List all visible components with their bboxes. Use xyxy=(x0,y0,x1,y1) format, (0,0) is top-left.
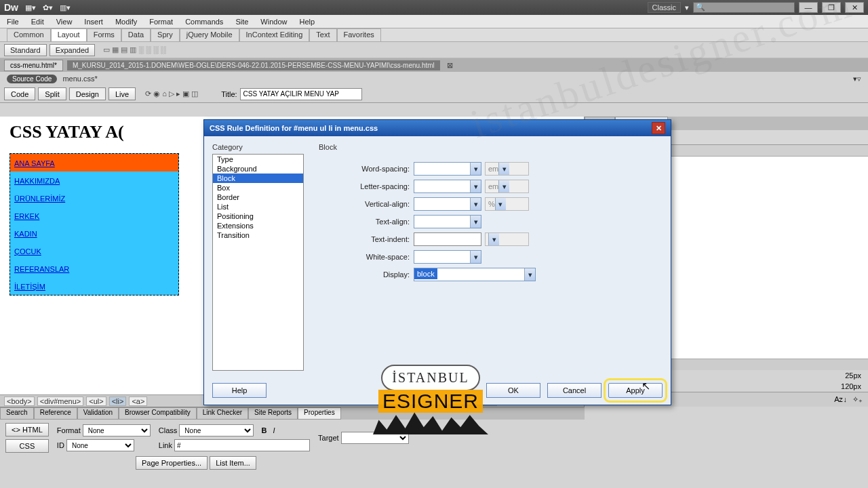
menu-modify[interactable]: Modify xyxy=(115,18,137,26)
letter-spacing-select[interactable]: ▾ xyxy=(414,180,481,193)
tag-crumb[interactable]: <a> xyxy=(129,396,147,406)
italic-button[interactable]: I xyxy=(273,426,275,434)
menu-link[interactable]: HAKKIMIZDA xyxy=(14,177,60,185)
tag-crumb[interactable]: <li> xyxy=(109,396,127,406)
menu-link[interactable]: ÜRÜNLERİMİZ xyxy=(14,195,65,203)
text-indent-input[interactable] xyxy=(414,232,481,246)
tab-layout[interactable]: Layout xyxy=(51,28,87,41)
expanded-button[interactable]: Expanded xyxy=(50,44,96,56)
cat-background[interactable]: Background xyxy=(213,164,303,174)
menu-file[interactable]: File xyxy=(7,18,19,26)
doc-toolbar-icons[interactable]: ⟳ ◉ ⌂ ▷ ▸ ▣ ◫ xyxy=(145,89,198,98)
tab-spry[interactable]: Spry xyxy=(151,28,180,41)
tag-crumb[interactable]: <div#menu> xyxy=(37,396,84,406)
maximize-button[interactable]: ❐ xyxy=(822,2,841,13)
menu-link[interactable]: ÇOCUK xyxy=(14,247,41,256)
grid-icon[interactable]: ▥▾ xyxy=(60,3,71,12)
page-properties-button[interactable]: Page Properties... xyxy=(136,456,208,470)
dialog-close-button[interactable]: ✕ xyxy=(652,122,665,134)
ptab-properties[interactable]: Properties xyxy=(298,407,341,420)
target-select[interactable] xyxy=(341,432,409,444)
ptab-search[interactable]: Search xyxy=(0,407,34,420)
word-spacing-select[interactable]: ▾ xyxy=(414,162,481,176)
tag-crumb[interactable]: <body> xyxy=(4,396,35,406)
title-input[interactable] xyxy=(240,88,362,100)
tab-jquery[interactable]: jQuery Mobile xyxy=(180,28,239,41)
source-code-badge[interactable]: Source Code xyxy=(7,75,57,83)
minimize-button[interactable]: — xyxy=(799,2,818,13)
css-mode-button[interactable]: CSS xyxy=(5,439,49,453)
split-button[interactable]: Split xyxy=(38,87,66,100)
tab-data[interactable]: Data xyxy=(121,28,151,41)
menu-commands[interactable]: Commands xyxy=(185,18,223,26)
related-file[interactable]: menu.css* xyxy=(62,75,97,83)
text-indent-unit[interactable]: ▾ xyxy=(485,232,529,246)
workspace-arrow-icon[interactable]: ▾ xyxy=(685,3,689,12)
ptab-validation[interactable]: Validation xyxy=(77,407,119,420)
tab-common[interactable]: Common xyxy=(7,28,51,41)
category-list[interactable]: Type Background Block Box Border List Po… xyxy=(212,154,304,371)
cancel-button[interactable]: Cancel xyxy=(547,383,601,398)
ptab-compat[interactable]: Browser Compatibility xyxy=(119,407,197,420)
az-sort-icon[interactable]: Aᴢ↓ xyxy=(834,395,847,404)
format-select[interactable]: None xyxy=(83,424,151,436)
file-tab[interactable]: css-menu.html* xyxy=(4,60,63,71)
menu-link[interactable]: ERKEK xyxy=(14,212,39,220)
layout-tools-icons[interactable]: ▭ ▦ ▤ ▥ ░ ░ ░ ░ xyxy=(103,45,166,54)
code-button[interactable]: Code xyxy=(4,87,35,100)
apply-button[interactable]: Apply xyxy=(608,383,663,398)
ptab-reference[interactable]: Reference xyxy=(34,407,77,420)
file-close-icon[interactable]: ⊠ xyxy=(447,61,453,70)
text-align-select[interactable]: ▾ xyxy=(414,215,481,228)
class-select[interactable]: None xyxy=(179,424,254,436)
cat-positioning[interactable]: Positioning xyxy=(213,211,303,221)
bold-button[interactable]: B xyxy=(261,426,267,434)
white-space-select[interactable]: ▾ xyxy=(414,250,481,264)
html-mode-button[interactable]: <> HTML xyxy=(5,423,49,436)
cat-block[interactable]: Block xyxy=(213,174,303,183)
menu-help[interactable]: Help xyxy=(299,18,315,26)
vertical-align-select[interactable]: ▾ xyxy=(414,197,481,211)
help-button[interactable]: Help xyxy=(212,383,267,398)
cat-box[interactable]: Box xyxy=(213,183,303,192)
live-button[interactable]: Live xyxy=(108,87,136,100)
prop-val[interactable]: 120px xyxy=(841,382,861,390)
gear-icon[interactable]: ✿▾ xyxy=(43,3,53,12)
prop-val[interactable]: 25px xyxy=(845,371,861,380)
display-select[interactable]: block▾ xyxy=(414,268,536,281)
cat-transition[interactable]: Transition xyxy=(213,230,303,240)
standard-button[interactable]: Standard xyxy=(4,44,47,56)
filter-icon[interactable]: ▾▿ xyxy=(853,75,861,83)
menu-edit[interactable]: Edit xyxy=(31,18,44,26)
vertical-align-unit[interactable]: %▾ xyxy=(485,197,529,211)
cat-list[interactable]: List xyxy=(213,202,303,211)
ok-button[interactable]: OK xyxy=(486,383,540,398)
design-button[interactable]: Design xyxy=(69,87,106,100)
tab-incontext[interactable]: InContext Editing xyxy=(239,28,310,41)
menu-site[interactable]: Site xyxy=(235,18,248,26)
list-item-button[interactable]: List Item... xyxy=(210,456,256,470)
tag-crumb[interactable]: <ul> xyxy=(86,396,106,406)
word-spacing-unit[interactable]: em▾ xyxy=(485,162,529,176)
cat-type[interactable]: Type xyxy=(213,155,303,164)
cat-border[interactable]: Border xyxy=(213,192,303,202)
menu-link[interactable]: İLETİŞİM xyxy=(14,283,45,291)
workspace-selector[interactable]: Classic xyxy=(648,2,681,13)
tab-forms[interactable]: Forms xyxy=(87,28,121,41)
tab-favorites[interactable]: Favorites xyxy=(337,28,381,41)
menu-view[interactable]: View xyxy=(56,18,73,26)
menu-format[interactable]: Format xyxy=(149,18,173,26)
menu-window[interactable]: Window xyxy=(260,18,287,26)
search-input[interactable]: 🔍 xyxy=(693,2,795,13)
menu-insert[interactable]: Insert xyxy=(84,18,103,26)
menu-link[interactable]: REFERANSLAR xyxy=(14,265,69,273)
add-prop-icon[interactable]: ✧₊ xyxy=(852,395,863,404)
cat-extensions[interactable]: Extensions xyxy=(213,221,303,230)
close-button[interactable]: ✕ xyxy=(845,2,864,13)
tab-text[interactable]: Text xyxy=(309,28,336,41)
ptab-sitereports[interactable]: Site Reports xyxy=(248,407,298,420)
layout-icon[interactable]: ▦▾ xyxy=(25,3,36,12)
menu-link[interactable]: KADIN xyxy=(14,230,37,238)
id-select[interactable]: None xyxy=(66,439,134,451)
link-input[interactable] xyxy=(174,439,310,451)
